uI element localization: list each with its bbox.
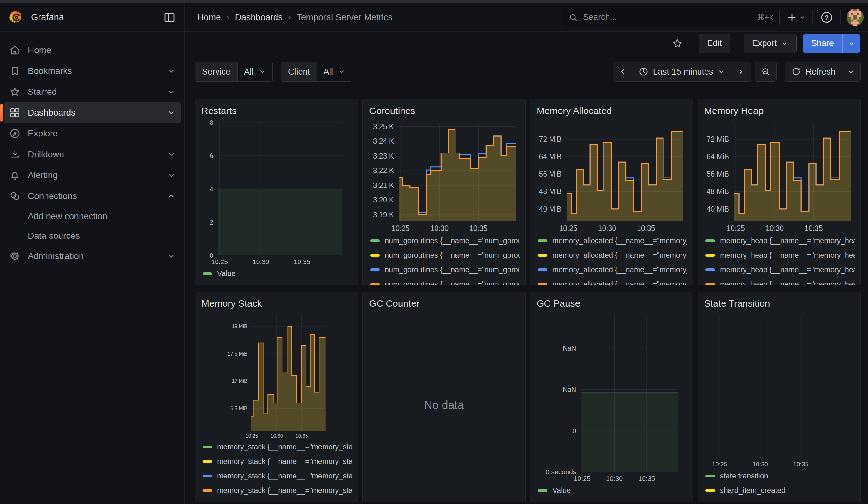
legend-item[interactable]: memory_heap {__name__="memory_heap"} bbox=[704, 233, 855, 248]
svg-text:10:35: 10:35 bbox=[637, 224, 655, 233]
chart-legend: memory_allocated {__name__="memory_alloc… bbox=[536, 233, 687, 286]
panel-title[interactable]: Memory Allocated bbox=[537, 104, 687, 117]
legend-item[interactable]: memory_stack {__name__="memory_stack"} bbox=[201, 469, 352, 483]
legend-item[interactable]: num_goroutines {__name__="num_goroutines… bbox=[368, 248, 519, 263]
timeseries-chart[interactable]: 40 MiB48 MiB56 MiB64 MiB72 MiB10:2510:30… bbox=[704, 120, 855, 233]
app-header: Grafana Home › Dashboards › Temporal Ser… bbox=[0, 3, 868, 32]
sidebar-item-add-new-connection[interactable]: Add new connection bbox=[4, 207, 180, 226]
legend-item[interactable]: Value bbox=[201, 266, 352, 281]
legend-series-label: memory_heap {__name__="memory_heap"} bbox=[720, 251, 855, 260]
legend-item[interactable]: state transition bbox=[704, 469, 855, 483]
legend-item[interactable]: num_goroutines {__name__="num_goroutines… bbox=[368, 277, 519, 286]
legend-item[interactable]: Value bbox=[536, 483, 687, 498]
panel-title[interactable]: GC Counter bbox=[369, 297, 519, 310]
sidebar-item-bookmarks[interactable]: Bookmarks bbox=[4, 61, 180, 81]
legend-item[interactable]: memory_allocated {__name__="memory_alloc… bbox=[536, 277, 687, 286]
legend-item[interactable]: memory_stack {__name__="memory_stack"} bbox=[201, 440, 352, 454]
sidebar-item-explore[interactable]: Explore bbox=[4, 123, 180, 144]
legend-item[interactable]: memory_allocated {__name__="memory_alloc… bbox=[536, 233, 687, 248]
sidebar-item-data-sources[interactable]: Data sources bbox=[4, 226, 180, 246]
legend-item[interactable]: memory_stack {__name__="memory_stack"} bbox=[201, 483, 352, 498]
legend-item[interactable]: memory_heap {__name__="memory_heap"} bbox=[704, 248, 855, 263]
help-button[interactable]: ? bbox=[819, 10, 835, 25]
service-variable-dropdown[interactable]: All bbox=[237, 62, 272, 81]
sidebar-item-administration[interactable]: Administration bbox=[4, 246, 180, 267]
window-chrome-strip bbox=[0, 0, 868, 3]
chart-legend: Value bbox=[201, 266, 352, 281]
star-icon bbox=[9, 86, 21, 98]
panel-title[interactable]: Goroutines bbox=[369, 104, 519, 117]
svg-text:10:30: 10:30 bbox=[598, 224, 617, 233]
panel-title[interactable]: Memory Stack bbox=[202, 297, 352, 310]
breadcrumb-dashboards[interactable]: Dashboards bbox=[235, 12, 282, 22]
svg-text:NaN: NaN bbox=[563, 344, 576, 352]
legend-series-label: num_goroutines {__name__="num_goroutines… bbox=[385, 280, 519, 286]
refresh-button-group: Refresh bbox=[785, 62, 861, 82]
legend-item[interactable]: memory_allocated {__name__="memory_alloc… bbox=[536, 263, 687, 277]
legend-item[interactable]: shard_item_created bbox=[704, 483, 855, 498]
legend-series-dash bbox=[203, 460, 212, 463]
legend-series-dash bbox=[538, 283, 547, 286]
svg-text:10:30: 10:30 bbox=[252, 258, 269, 265]
mega-menu-dock-button[interactable] bbox=[161, 9, 178, 26]
export-button[interactable]: Export bbox=[744, 34, 797, 53]
breadcrumb-home[interactable]: Home bbox=[197, 12, 221, 22]
sidebar-item-starred[interactable]: Starred bbox=[4, 81, 180, 102]
panel-title[interactable]: Memory Heap bbox=[704, 104, 855, 117]
help-icon: ? bbox=[820, 11, 833, 24]
time-zoom-out-button[interactable] bbox=[755, 62, 777, 82]
sidebar-item-drilldown[interactable]: Drilldown bbox=[4, 144, 180, 165]
share-button[interactable]: Share bbox=[803, 34, 842, 53]
svg-text:?: ? bbox=[825, 13, 829, 21]
legend-item[interactable]: memory_heap {__name__="memory_heap"} bbox=[704, 263, 855, 277]
refresh-interval-caret-button[interactable] bbox=[841, 62, 861, 82]
sidebar-item-dashboards[interactable]: Dashboards bbox=[4, 102, 180, 123]
legend-series-label: Value bbox=[552, 486, 687, 495]
timeseries-chart[interactable]: 3.19 K3.20 K3.21 K3.22 K3.23 K3.24 K3.25… bbox=[368, 120, 519, 233]
timeseries-chart[interactable]: 16.5 MiB17 MiB17.5 MiB18 MiB10:2510:3010… bbox=[201, 312, 352, 440]
time-range-picker-button[interactable]: Last 15 minutes bbox=[632, 62, 731, 82]
chevron-up-icon bbox=[167, 192, 175, 200]
timeseries-chart[interactable]: 0 seconds0NaNNaN10:2510:3010:35 bbox=[536, 312, 687, 483]
svg-text:10:30: 10:30 bbox=[753, 461, 768, 468]
add-new-button[interactable] bbox=[785, 11, 807, 24]
favorite-dashboard-button[interactable] bbox=[670, 36, 685, 51]
sidebar-item-alerting[interactable]: Alerting bbox=[4, 165, 180, 186]
panel-title[interactable]: Restarts bbox=[202, 104, 352, 117]
panel-memory-stack: Memory Stack 16.5 MiB17 MiB17.5 MiB18 Mi… bbox=[195, 292, 358, 502]
panel-title[interactable]: State Transition bbox=[704, 297, 855, 310]
panel-gc-counter: GC Counter No data bbox=[362, 292, 526, 502]
svg-text:6: 6 bbox=[209, 152, 213, 159]
sidebar-item-home[interactable]: Home bbox=[4, 40, 180, 61]
refresh-button[interactable]: Refresh bbox=[785, 62, 841, 82]
panel-state-transition: State Transition 10:2510:3010:35 state t… bbox=[698, 292, 861, 502]
svg-text:NaN: NaN bbox=[563, 386, 576, 393]
dashboard-controls-row: Service All Client All bbox=[195, 62, 861, 82]
time-shift-forward-button[interactable] bbox=[731, 62, 751, 82]
timeseries-chart[interactable]: 40 MiB48 MiB56 MiB64 MiB72 MiB10:2510:30… bbox=[536, 120, 687, 233]
time-shift-back-button[interactable] bbox=[613, 62, 633, 82]
user-avatar[interactable] bbox=[847, 9, 864, 26]
legend-item[interactable]: num_goroutines {__name__="num_goroutines… bbox=[368, 263, 519, 277]
legend-item[interactable]: num_goroutines {__name__="num_goroutines… bbox=[368, 233, 519, 248]
legend-item[interactable]: memory_heap {__name__="memory_heap"} bbox=[704, 277, 855, 286]
chart-legend: Value bbox=[536, 483, 687, 498]
legend-item[interactable]: memory_allocated {__name__="memory_alloc… bbox=[536, 248, 687, 263]
svg-text:10:30: 10:30 bbox=[766, 224, 784, 233]
sidebar-item-connections[interactable]: Connections bbox=[4, 186, 180, 207]
share-menu-caret-button[interactable] bbox=[842, 34, 860, 53]
edit-button[interactable]: Edit bbox=[699, 34, 730, 53]
svg-text:40 MiB: 40 MiB bbox=[707, 205, 730, 213]
legend-item[interactable]: memory_stack {__name__="memory_stack"} bbox=[201, 454, 352, 469]
timeseries-chart[interactable]: 10:2510:3010:35 bbox=[704, 312, 855, 469]
legend-series-dash bbox=[370, 283, 380, 286]
avatar-pixel-art bbox=[847, 9, 864, 26]
zoom-out-icon bbox=[761, 66, 771, 77]
panel-title[interactable]: GC Pause bbox=[537, 297, 687, 310]
svg-text:10:25: 10:25 bbox=[211, 258, 228, 265]
client-variable-dropdown[interactable]: All bbox=[317, 62, 352, 81]
home-icon bbox=[9, 44, 21, 56]
timeseries-chart[interactable]: 0246810:2510:3010:35 bbox=[201, 120, 352, 266]
search-input[interactable] bbox=[582, 12, 752, 22]
search-box[interactable]: ⌘+k bbox=[562, 8, 779, 27]
